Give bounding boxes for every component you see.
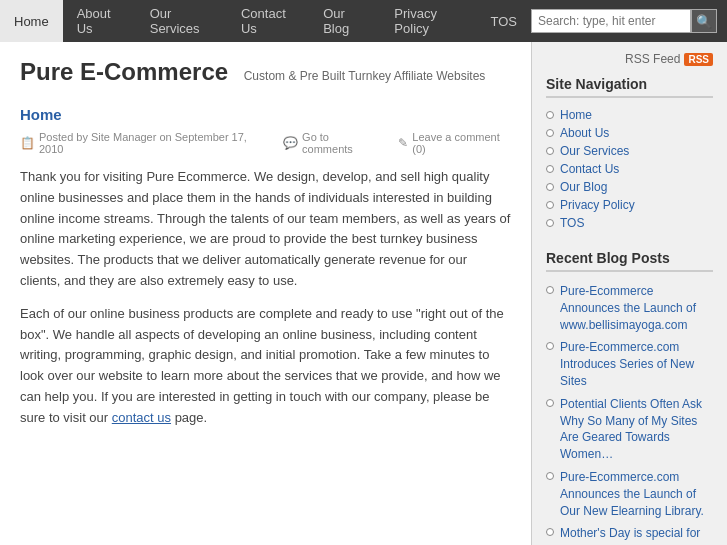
- sidebar-bullet: [546, 147, 554, 155]
- sidebar-bullet: [546, 201, 554, 209]
- blog-post-item-1[interactable]: Pure-Ecommerce Announces the Launch of w…: [546, 280, 713, 336]
- post-leave-comment-meta: ✎ Leave a comment (0): [398, 131, 511, 155]
- nav-home[interactable]: Home: [0, 0, 63, 42]
- author-icon: 📋: [20, 136, 35, 150]
- blog-post-item-3[interactable]: Potential Clients Often Ask Why So Many …: [546, 393, 713, 466]
- recent-blog-posts-section: Recent Blog Posts Pure-Ecommerce Announc…: [546, 250, 713, 545]
- post-author-meta: 📋 Posted by Site Manager on September 17…: [20, 131, 263, 155]
- top-navigation: Home About Us Our Services Contact Us Ou…: [0, 0, 727, 42]
- site-navigation-section: Site Navigation Home About Us Our Servic…: [546, 76, 713, 232]
- site-nav-title: Site Navigation: [546, 76, 713, 98]
- sidebar-nav-item-tos[interactable]: TOS: [546, 214, 713, 232]
- main-wrapper: Pure E-Commerce Custom & Pre Built Turnk…: [0, 42, 727, 545]
- search-input[interactable]: [531, 9, 691, 33]
- nav-tos[interactable]: TOS: [476, 0, 531, 42]
- nav-items: Home About Us Our Services Contact Us Ou…: [0, 0, 531, 42]
- search-button[interactable]: 🔍: [691, 9, 717, 33]
- post-paragraph-1: Thank you for visiting Pure Ecommerce. W…: [20, 167, 511, 292]
- blog-bullet: [546, 528, 554, 536]
- post-meta: 📋 Posted by Site Manager on September 17…: [20, 131, 511, 155]
- page-heading: Home: [20, 106, 511, 123]
- blog-bullet: [546, 342, 554, 350]
- sidebar-nav-item-services[interactable]: Our Services: [546, 142, 713, 160]
- blog-bullet: [546, 286, 554, 294]
- go-to-comments-link[interactable]: Go to comments: [302, 131, 378, 155]
- sidebar-bullet: [546, 111, 554, 119]
- sidebar-nav-item-home[interactable]: Home: [546, 106, 713, 124]
- sidebar-bullet: [546, 129, 554, 137]
- leave-comment-icon: ✎: [398, 136, 408, 150]
- blog-bullet: [546, 399, 554, 407]
- site-tagline: Custom & Pre Built Turnkey Affiliate Web…: [244, 69, 486, 83]
- sidebar: RSS Feed RSS Site Navigation Home About …: [532, 42, 727, 545]
- rss-icon[interactable]: RSS: [684, 53, 713, 66]
- nav-blog[interactable]: Our Blog: [309, 0, 380, 42]
- sidebar-nav-item-privacy[interactable]: Privacy Policy: [546, 196, 713, 214]
- post-paragraph-2: Each of our online business products are…: [20, 304, 511, 429]
- blog-post-item-2[interactable]: Pure-Ecommerce.com Introduces Series of …: [546, 336, 713, 392]
- nav-services[interactable]: Our Services: [136, 0, 227, 42]
- nav-privacy[interactable]: Privacy Policy: [380, 0, 476, 42]
- contact-us-link[interactable]: contact us: [112, 410, 171, 425]
- sidebar-nav-item-about[interactable]: About Us: [546, 124, 713, 142]
- title-row: Pure E-Commerce Custom & Pre Built Turnk…: [20, 58, 511, 92]
- site-title: Pure E-Commerce: [20, 58, 228, 85]
- blog-bullet: [546, 472, 554, 480]
- sidebar-bullet: [546, 183, 554, 191]
- post-body: Thank you for visiting Pure Ecommerce. W…: [20, 167, 511, 429]
- sidebar-bullet: [546, 219, 554, 227]
- sidebar-nav-item-blog[interactable]: Our Blog: [546, 178, 713, 196]
- search-area: 🔍: [531, 9, 727, 33]
- rss-label: RSS Feed: [625, 52, 680, 66]
- leave-comment-link[interactable]: Leave a comment (0): [412, 131, 511, 155]
- nav-about[interactable]: About Us: [63, 0, 136, 42]
- comments-icon: 💬: [283, 136, 298, 150]
- blog-post-item-4[interactable]: Pure-Ecommerce.com Announces the Launch …: [546, 466, 713, 522]
- nav-contact[interactable]: Contact Us: [227, 0, 309, 42]
- rss-bar: RSS Feed RSS: [546, 52, 713, 66]
- content-area: Pure E-Commerce Custom & Pre Built Turnk…: [0, 42, 532, 545]
- post-comments-meta: 💬 Go to comments: [283, 131, 378, 155]
- blog-post-item-5[interactable]: Mother's Day is special for every Mom. B…: [546, 522, 713, 545]
- post-author: Posted by Site Manager on September 17, …: [39, 131, 263, 155]
- sidebar-nav-item-contact[interactable]: Contact Us: [546, 160, 713, 178]
- sidebar-bullet: [546, 165, 554, 173]
- blog-posts-title: Recent Blog Posts: [546, 250, 713, 272]
